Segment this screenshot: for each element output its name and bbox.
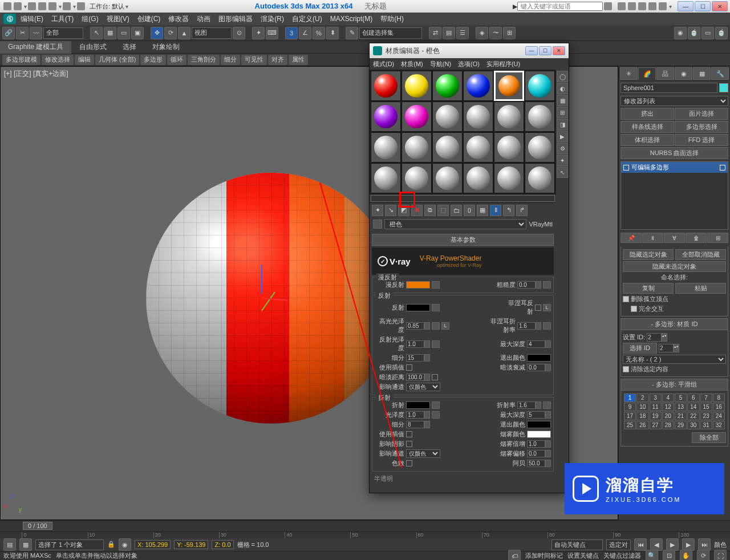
- sg-21[interactable]: 21: [675, 412, 687, 420]
- select-region-icon[interactable]: ▭: [117, 27, 130, 39]
- stack-show-icon[interactable]: Ⅱ: [642, 233, 663, 243]
- affect-shadow-checkbox[interactable]: [406, 441, 412, 447]
- select-manip-icon[interactable]: ✦: [252, 27, 265, 39]
- mat-menu-options[interactable]: 选项(O): [458, 60, 480, 68]
- sg-7[interactable]: 7: [700, 393, 712, 402]
- sg-32[interactable]: 32: [713, 421, 725, 429]
- rib-tris[interactable]: 三角剖分: [188, 55, 220, 65]
- dispersion-checkbox[interactable]: [406, 460, 412, 466]
- mirror-icon[interactable]: ⇄: [429, 27, 441, 39]
- sg-19[interactable]: 19: [650, 412, 662, 420]
- sg-15[interactable]: 15: [700, 403, 712, 411]
- menu-help[interactable]: 帮助(H): [380, 14, 404, 24]
- menu-create[interactable]: 创建(C): [137, 14, 161, 24]
- cmd-tab-hierarchy-icon[interactable]: 品: [656, 67, 674, 80]
- fog-mult-spinner[interactable]: [527, 440, 551, 448]
- play-icon[interactable]: ▶: [666, 538, 679, 551]
- titlebar-open-icon[interactable]: [28, 2, 36, 10]
- bind-space-icon[interactable]: 〰: [30, 27, 42, 39]
- matmap-nav-icon[interactable]: ↖: [557, 167, 568, 178]
- mat-menu-material[interactable]: 材质(M): [401, 60, 423, 68]
- selection-lock-icon[interactable]: 🔒: [107, 541, 115, 549]
- refr-gloss-map-button[interactable]: [432, 411, 440, 419]
- snap-toggle-icon[interactable]: 3: [285, 27, 298, 39]
- sample-slot-10[interactable]: [463, 102, 493, 132]
- rib-polygons[interactable]: 多边形: [140, 55, 166, 65]
- ribbon-tab-selection[interactable]: 选择: [115, 41, 144, 54]
- schematic-icon[interactable]: ⊞: [503, 27, 516, 39]
- render-setup-icon[interactable]: 🍵: [688, 27, 700, 39]
- show-map-icon[interactable]: ▦: [477, 205, 488, 216]
- fog-bias-spinner[interactable]: [527, 450, 551, 457]
- play-start-icon[interactable]: ⏮: [634, 538, 647, 551]
- menu-animation[interactable]: 动画: [197, 14, 210, 24]
- ribbon-tab-graphite[interactable]: Graphite 建模工具: [0, 41, 71, 54]
- keyfilter-button[interactable]: 关键点过滤器: [603, 551, 641, 560]
- cmd-tab-motion-icon[interactable]: ◉: [675, 67, 692, 80]
- play-next-icon[interactable]: ▶: [682, 538, 695, 551]
- btn-nurbs-sel[interactable]: NURBS 曲面选择: [620, 147, 728, 159]
- move-icon[interactable]: ✥: [151, 27, 163, 39]
- matid-name-dropdown[interactable]: 无名称 - ( 2 ): [623, 355, 726, 364]
- transform-gizmo[interactable]: [261, 293, 262, 294]
- window-maximize-button[interactable]: ☐: [695, 1, 711, 11]
- hilight-lock-icon[interactable]: L: [441, 322, 449, 330]
- sg-31[interactable]: 31: [700, 421, 712, 429]
- menu-modifiers[interactable]: 修改器: [168, 14, 189, 24]
- pick-material-icon[interactable]: [373, 220, 382, 229]
- spinner-snap-icon[interactable]: ⬍: [326, 27, 339, 39]
- sg-24[interactable]: 24: [713, 412, 725, 420]
- rib-edit[interactable]: 编辑: [75, 55, 94, 65]
- diffuse-color-swatch[interactable]: [406, 281, 430, 289]
- select-id-spinner[interactable]: ▴▾: [659, 344, 679, 352]
- titlebar-link-icon[interactable]: [77, 2, 85, 10]
- btn-vol-sel[interactable]: 体积选择: [620, 134, 674, 146]
- sample-slot-22[interactable]: [463, 163, 493, 193]
- addtime-label[interactable]: 添加时间标记: [525, 551, 563, 560]
- set-id-spinner[interactable]: ▴▾: [647, 333, 667, 342]
- sample-slot-4[interactable]: [463, 71, 493, 101]
- clear-selection-checkbox[interactable]: [623, 366, 629, 372]
- material-editor-titlebar[interactable]: 材质编辑器 - 橙色 — ☐ ✕: [370, 43, 569, 58]
- keymod-icon[interactable]: ⌨: [266, 27, 278, 39]
- sg-12[interactable]: 12: [662, 403, 674, 411]
- modifier-stack[interactable]: 可编辑多边形: [620, 161, 728, 230]
- menu-maxscript[interactable]: MAXScript(M): [330, 15, 373, 23]
- help-search-input[interactable]: [517, 2, 603, 11]
- infocenter-icon-3[interactable]: [638, 2, 646, 10]
- align-icon[interactable]: ▤: [443, 27, 455, 39]
- render-frame-icon[interactable]: ▭: [701, 27, 714, 39]
- refl-useinterp-checkbox[interactable]: [406, 364, 412, 371]
- mat-menu-navigation[interactable]: 导航(N): [430, 60, 451, 68]
- rollout-poly-matid[interactable]: - 多边形: 材质 ID: [620, 318, 728, 330]
- viewport-label[interactable]: [+] [正交] [真实+边面]: [4, 69, 68, 79]
- refl-exit-color-swatch[interactable]: [527, 354, 551, 362]
- mat-minimize-button[interactable]: —: [525, 46, 538, 55]
- backlight-icon[interactable]: ◐: [557, 83, 568, 94]
- fresnel-ior-map-button[interactable]: [543, 322, 551, 330]
- sample-slot-5[interactable]: [494, 71, 524, 101]
- sg-5[interactable]: 5: [675, 393, 687, 402]
- time-ruler[interactable]: 0102030405060708090100: [0, 531, 730, 538]
- fresnel-ior-spinner[interactable]: [517, 322, 541, 330]
- help-icon[interactable]: [659, 2, 667, 10]
- window-minimize-button[interactable]: —: [678, 1, 694, 11]
- hide-unselected-button[interactable]: 隐藏未选定对象: [623, 261, 726, 272]
- btn-extrude[interactable]: 挤出: [620, 108, 674, 120]
- roughness-spinner[interactable]: [517, 281, 541, 289]
- rib-properties[interactable]: 属性: [289, 55, 308, 65]
- sample-slot-1[interactable]: [371, 71, 401, 101]
- delete-iso-checkbox[interactable]: [623, 296, 629, 302]
- sample-uv-icon[interactable]: ⊞: [557, 107, 568, 118]
- sg-2[interactable]: 2: [636, 393, 648, 402]
- refl-gloss-spinner[interactable]: [406, 340, 430, 348]
- select-icon[interactable]: ↖: [90, 27, 103, 39]
- select-by-mat-icon[interactable]: ✦: [557, 155, 568, 166]
- play-end-icon[interactable]: ⏭: [698, 538, 711, 551]
- refr-affect-dropdown[interactable]: 仅颜色: [406, 449, 440, 458]
- modifier-list-dropdown[interactable]: 修改器列表: [620, 96, 728, 106]
- sample-slot-3[interactable]: [432, 71, 463, 101]
- rib-visibility[interactable]: 可见性: [241, 55, 267, 65]
- titlebar-save-icon[interactable]: [38, 2, 46, 10]
- sg-3[interactable]: 3: [650, 393, 662, 402]
